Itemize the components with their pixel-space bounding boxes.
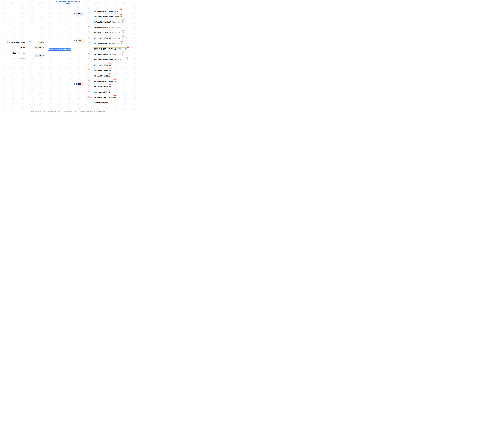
status-badge: 注销 (108, 68, 112, 69)
collapse-icon[interactable] (82, 13, 83, 15)
row-connector: 100% (87, 48, 93, 51)
subscribed-amount: 认缴金额：5,000万(元) (112, 54, 124, 55)
investment-company-node[interactable]: 深圳有利普惠商业保理有限公司 认缴金额：5,000万(元) 注销 (93, 31, 125, 34)
ownership-percent-label: 100% (88, 69, 90, 71)
ownership-percent-label: 100% (88, 64, 90, 65)
connector-line (26, 58, 32, 58)
connector-line (87, 92, 93, 92)
row-connector: 100% (87, 64, 93, 67)
company-name: 南京弘合柏基金融信息服务有限责任公司 (94, 80, 116, 82)
investment-company-node[interactable]: 普惠利居装饰咨询服务（北京）有限公司 认缴金额：1,000万(元) 注销 (93, 48, 130, 51)
company-name: 北京房利宝资产管理有限公司 (94, 43, 110, 45)
connector-line (84, 41, 87, 41)
holdings-group-chip[interactable]: 控股企业 (76, 82, 84, 86)
company-name: 深圳弘合柏基商业保理有限公司 (94, 75, 111, 77)
collapse-icon[interactable] (82, 40, 83, 42)
legal-rep-person-node[interactable]: 吴逸然 (20, 46, 26, 49)
company-name: 北京房利宝资产管理有限公司 (94, 91, 110, 93)
investment-company-node[interactable]: 弘合柏基信息科技有限公司 认缴金额：5,000万(元) (93, 26, 122, 29)
arrow-icon (43, 55, 44, 56)
group-label: 对外投资 (76, 40, 81, 42)
investment-company-node[interactable]: 深圳弘合柏基商业保理有限公司 认缴金额：5,000万(元) 注销 (93, 53, 125, 56)
connector-line (87, 11, 93, 11)
company-name: 弘合柏基信息科技有限公司 (94, 27, 109, 28)
graph-row: 100% 北京弘合柏基数字科技有限公司 注销 (87, 69, 112, 72)
investment-company-node[interactable]: 深圳有利普惠资产管理有限公司 认缴金额：5,000万(元) 注销 (93, 37, 125, 40)
root-company-node[interactable]: 北京弘合柏基金融信息服务有限责任公司 (48, 48, 71, 51)
key-people-group-chip[interactable]: 主要人员 (35, 54, 43, 57)
key-person-node[interactable]: 任用 监事 (19, 57, 26, 60)
status-badge: 注销 (113, 79, 117, 80)
company-name: 北京弘合柏基科技有限责任公司 (8, 41, 25, 43)
key-person-node[interactable]: 吴逸然 执行董事，经理 (12, 51, 26, 55)
holding-company-node[interactable]: 弘合柏基信息科技有限公司 (93, 101, 110, 105)
holding-company-node[interactable]: 南京弘合柏基金融信息服务有限责任公司 注销 (93, 80, 117, 83)
group-label: 分支机构 (76, 13, 81, 15)
holding-company-node[interactable]: 深圳弘合柏基商业保理有限公司 注销 (93, 74, 112, 78)
ownership-percent-label: 100% (29, 41, 32, 42)
subscribed-amount: 认缴金额：1,000万(元) (117, 48, 129, 50)
graph-row: 北京弘合柏基金融信息服务有限责任公司合肥分公司 注销 (87, 10, 123, 13)
graph-subtitle-badge: 企业图谱 (65, 2, 71, 4)
legal-rep-group-chip[interactable]: 法定代表人 (33, 46, 43, 49)
connector-line (73, 14, 73, 84)
investments-group-chip[interactable]: 对外投资 (76, 39, 84, 43)
person-name: 任用 (20, 57, 22, 59)
subscribed-amount: 认缴金额：5,000万(元) (112, 37, 124, 39)
graph-row: 100% 深圳有利普惠资产管理有限公司 认缴金额：5,000万(元) 注销 (87, 37, 125, 40)
status-badge: 注销 (107, 89, 111, 91)
person-role: 执行董事，经理 (17, 52, 25, 54)
graph-row: 100% 北京弘合柏基数字科技有限公司 认缴金额：1,000万(元) 注销 (87, 20, 125, 24)
branch-company-node[interactable]: 北京弘合柏基金融信息服务有限责任公司四川分公司 注销 (93, 15, 123, 18)
holding-company-node[interactable]: 北京房利宝资产管理有限公司 注销 (93, 90, 111, 94)
graph-row: 100% 北京房利宝资产管理有限公司 注销 (87, 90, 111, 94)
holding-company-node[interactable]: 深圳有利普惠资产管理有限公司 注销 (93, 64, 112, 67)
shareholder-group-chip[interactable]: 股东 (37, 41, 43, 44)
connector-line (87, 60, 93, 60)
collapse-icon[interactable] (35, 55, 37, 56)
collapse-icon[interactable] (34, 47, 36, 48)
connector-line (45, 49, 48, 49)
company-name: 深圳有利普惠商业保理有限公司 (94, 32, 111, 34)
shareholder-company-node[interactable]: 北京弘合柏基科技有限责任公司 (8, 41, 26, 44)
collapse-icon[interactable] (38, 42, 39, 43)
holding-company-node[interactable]: 深圳有利普惠商业保理有限公司 注销 (93, 85, 112, 88)
connector-line (87, 71, 93, 71)
status-badge: 注销 (125, 57, 129, 59)
row-connector: 100% (87, 96, 93, 99)
holding-company-node[interactable]: 北京弘合柏基数字科技有限公司 注销 (93, 69, 112, 72)
row-connector: 100% (87, 58, 93, 62)
graph-row: 100% 深圳有利普惠资产管理有限公司 注销 (87, 64, 112, 67)
company-name: 普惠利居装饰咨询服务（北京）有限公司 (94, 97, 116, 98)
ownership-percent-label: 100% (88, 26, 90, 27)
status-badge: 注销 (121, 35, 124, 37)
connector-line (71, 49, 73, 49)
graph-row: 100% 深圳弘合柏基商业保理有限公司 注销 (87, 74, 112, 78)
status-badge: 注销 (121, 19, 124, 21)
person-name: 吴逸然 (21, 47, 25, 48)
investment-company-node[interactable]: 南京弘合柏基金融信息服务有限责任公司 认缴金额：100万(元) 注销 (93, 58, 129, 62)
investment-company-node[interactable]: 北京弘合柏基数字科技有限公司 认缴金额：1,000万(元) 注销 (93, 20, 125, 24)
graph-subtitle-wrap: 企业图谱 (0, 2, 136, 4)
connector-line (87, 81, 93, 81)
row-connector: 100% (87, 74, 93, 78)
connector-line (84, 14, 87, 14)
company-name: 弘合柏基信息科技有限公司 (94, 102, 109, 104)
graph-row: 北京弘合柏基金融信息服务有限责任公司四川分公司 注销 (87, 15, 123, 18)
investment-company-node[interactable]: 北京房利宝资产管理有限公司 认缴金额：1,000万(元) 注销 (93, 42, 124, 45)
graph-row: 100% 普惠利居装饰咨询服务（北京）有限公司 注销 (87, 96, 117, 99)
ownership-percent-label: 100% (88, 58, 90, 60)
row-connector: 100% (87, 42, 93, 45)
branch-company-node[interactable]: 北京弘合柏基金融信息服务有限责任公司合肥分公司 注销 (93, 10, 123, 13)
status-badge: 注销 (108, 62, 112, 64)
status-badge: 注销 (119, 8, 123, 10)
arrow-icon (74, 13, 75, 14)
ownership-percent-label: 100% (88, 101, 90, 103)
group-label: 控股企业 (76, 83, 81, 85)
branches-group-chip[interactable]: 分支机构 (76, 12, 84, 16)
collapse-icon[interactable] (82, 83, 83, 85)
arrow-icon (74, 83, 75, 85)
holding-company-node[interactable]: 普惠利居装饰咨询服务（北京）有限公司 注销 (93, 96, 117, 99)
graph-row: 100% 弘合柏基信息科技有限公司 (87, 101, 110, 105)
company-name: 深圳有利普惠商业保理有限公司 (94, 86, 111, 88)
